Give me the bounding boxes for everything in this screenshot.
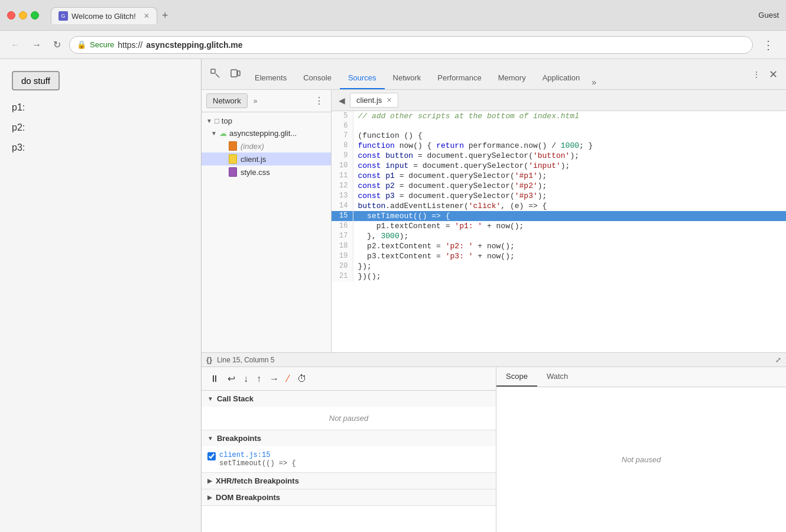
dom-header[interactable]: ▶ DOM Breakpoints bbox=[202, 489, 496, 505]
code-line-20[interactable]: 20}); bbox=[332, 261, 786, 271]
xhr-header[interactable]: ▶ XHR/fetch Breakpoints bbox=[202, 473, 496, 489]
status-braces-icon: {} bbox=[206, 355, 212, 364]
tree-item-index[interactable]: ▶ (index) bbox=[202, 140, 331, 153]
tab-memory[interactable]: Memory bbox=[490, 61, 534, 89]
device-toolbar-button[interactable] bbox=[226, 66, 244, 83]
code-line-10[interactable]: 10const input = document.querySelector('… bbox=[332, 161, 786, 171]
tree-label-client-js: client.js bbox=[241, 155, 266, 164]
sources-top: Network » ⋮ ▼ □ top bbox=[202, 90, 786, 352]
new-tab-button[interactable]: + bbox=[160, 8, 171, 23]
tree-label-index: (index) bbox=[241, 142, 264, 151]
pause-resume-button[interactable]: ⏸ bbox=[206, 371, 223, 387]
js-file-icon bbox=[229, 154, 237, 164]
breakpoints-header[interactable]: ▼ Breakpoints bbox=[202, 430, 496, 446]
forward-button[interactable]: → bbox=[28, 37, 45, 53]
p3-label: p3: bbox=[12, 142, 189, 153]
line-number: 9 bbox=[332, 151, 353, 161]
line-code: p1.textContent = 'p1: ' + now(); bbox=[353, 221, 786, 231]
devtools-close-button[interactable]: ✕ bbox=[765, 66, 781, 83]
tree-item-domain[interactable]: ▼ ☁ asyncstepping.glit... bbox=[202, 127, 331, 140]
debugger-sections: ▼ Call Stack Not paused ▼ bbox=[202, 391, 496, 532]
line-number: 16 bbox=[332, 221, 353, 231]
tab-console[interactable]: Console bbox=[295, 61, 340, 89]
tab-close-button[interactable]: ✕ bbox=[144, 12, 150, 20]
deactivate-breakpoints-button[interactable]: ⁄ bbox=[284, 371, 293, 387]
sources-panel: Network » ⋮ ▼ □ top bbox=[202, 90, 786, 366]
code-line-6[interactable]: 6 bbox=[332, 121, 786, 131]
more-tabs-button[interactable]: » bbox=[588, 75, 600, 89]
browser-tab-active[interactable]: G Welcome to Glitch! ✕ bbox=[51, 7, 157, 24]
code-editor[interactable]: 5// add other scripts at the bottom of i… bbox=[332, 111, 786, 352]
code-line-18[interactable]: 18 p2.textContent = 'p2: ' + now(); bbox=[332, 241, 786, 251]
code-line-7[interactable]: 7(function () { bbox=[332, 131, 786, 141]
tab-elements[interactable]: Elements bbox=[246, 61, 295, 89]
do-stuff-button[interactable]: do stuff bbox=[12, 71, 60, 90]
call-stack-header[interactable]: ▼ Call Stack bbox=[202, 391, 496, 407]
file-tree-menu-button[interactable]: ⋮ bbox=[312, 94, 326, 108]
line-code: p3.textContent = 'p3: ' + now(); bbox=[353, 251, 786, 261]
file-tree-network-tab[interactable]: Network bbox=[206, 93, 248, 108]
code-file-tab-client-js[interactable]: client.js ✕ bbox=[350, 93, 398, 108]
code-line-12[interactable]: 12const p2 = document.querySelector('#p2… bbox=[332, 181, 786, 191]
step-over-button[interactable]: ↩ bbox=[224, 371, 239, 387]
code-file-tab-close[interactable]: ✕ bbox=[386, 96, 392, 104]
code-line-14[interactable]: 14button.addEventListener('click', (e) =… bbox=[332, 201, 786, 211]
step-out-button[interactable]: ↑ bbox=[253, 371, 265, 387]
tree-label-domain: asyncstepping.glit... bbox=[229, 129, 297, 138]
inspect-element-button[interactable] bbox=[206, 66, 224, 83]
xhr-label: XHR/fetch Breakpoints bbox=[216, 476, 299, 485]
line-number: 20 bbox=[332, 261, 353, 271]
code-line-17[interactable]: 17 }, 3000); bbox=[332, 231, 786, 241]
line-number: 7 bbox=[332, 131, 353, 141]
secure-icon: 🔒 bbox=[77, 40, 86, 49]
minimize-button[interactable] bbox=[19, 11, 27, 20]
breakpoint-item: client.js:15 setTimeout(() => { bbox=[207, 449, 490, 470]
scope-tab-watch[interactable]: Watch bbox=[537, 367, 577, 387]
address-bar: ← → ↻ 🔒 Secure https://asyncstepping.gli… bbox=[0, 31, 786, 59]
tab-performance[interactable]: Performance bbox=[429, 61, 489, 89]
maximize-button[interactable] bbox=[31, 11, 39, 20]
code-line-21[interactable]: 21})(); bbox=[332, 271, 786, 281]
tab-sources[interactable]: Sources bbox=[340, 61, 385, 89]
scope-tab-scope[interactable]: Scope bbox=[496, 367, 537, 387]
debugger-left: ⏸ ↩ ↓ ↑ → ⁄ ⏱ ▼ bbox=[202, 367, 496, 532]
code-line-11[interactable]: 11const p1 = document.querySelector('#p1… bbox=[332, 171, 786, 181]
line-code: })(); bbox=[353, 271, 786, 281]
tree-item-top[interactable]: ▼ □ top bbox=[202, 115, 331, 127]
code-line-16[interactable]: 16 p1.textContent = 'p1: ' + now(); bbox=[332, 221, 786, 231]
tree-item-style-css[interactable]: ▶ style.css bbox=[202, 166, 331, 179]
back-button[interactable]: ← bbox=[7, 37, 24, 53]
line-number: 13 bbox=[332, 191, 353, 201]
line-code: setTimeout(() => { bbox=[353, 211, 786, 221]
code-line-13[interactable]: 13const p3 = document.querySelector('#p3… bbox=[332, 191, 786, 201]
tab-title: Welcome to Glitch! bbox=[72, 12, 136, 21]
scope-not-paused: Not paused bbox=[622, 455, 661, 464]
code-line-15[interactable]: 15 setTimeout(() => { bbox=[332, 211, 786, 221]
tree-item-client-js[interactable]: ▶ client.js bbox=[202, 153, 331, 166]
url-bar[interactable]: 🔒 Secure https://asyncstepping.glitch.me bbox=[69, 36, 753, 54]
breakpoint-checkbox[interactable] bbox=[207, 452, 216, 460]
reload-button[interactable]: ↻ bbox=[50, 37, 64, 53]
step-button[interactable]: → bbox=[266, 371, 282, 387]
status-expand-icon[interactable]: ⤢ bbox=[775, 356, 781, 364]
debugger-toolbar: ⏸ ↩ ↓ ↑ → ⁄ ⏱ bbox=[202, 367, 496, 391]
debugger-panel: ⏸ ↩ ↓ ↑ → ⁄ ⏱ ▼ bbox=[202, 366, 786, 532]
line-number: 12 bbox=[332, 181, 353, 191]
code-line-9[interactable]: 9const button = document.querySelector('… bbox=[332, 151, 786, 161]
tab-network[interactable]: Network bbox=[385, 61, 430, 89]
tab-application[interactable]: Application bbox=[534, 61, 589, 89]
devtools-tabs: Elements Console Sources Network Perform… bbox=[246, 59, 746, 89]
close-button[interactable] bbox=[7, 11, 15, 20]
tab-favicon: G bbox=[59, 11, 68, 21]
step-into-button[interactable]: ↓ bbox=[240, 371, 252, 387]
code-nav-back-button[interactable]: ◀ bbox=[336, 95, 347, 106]
devtools-settings-button[interactable]: ⋮ bbox=[749, 67, 764, 82]
folder-icon-top: □ bbox=[215, 116, 219, 125]
file-tree-more-button[interactable]: » bbox=[250, 96, 261, 106]
breakpoints-pause-button[interactable]: ⏱ bbox=[294, 371, 310, 387]
code-line-5[interactable]: 5// add other scripts at the bottom of i… bbox=[332, 111, 786, 121]
code-line-8[interactable]: 8function now() { return performance.now… bbox=[332, 141, 786, 151]
browser-menu-button[interactable]: ⋮ bbox=[758, 35, 779, 54]
line-number: 11 bbox=[332, 171, 353, 181]
code-line-19[interactable]: 19 p3.textContent = 'p3: ' + now(); bbox=[332, 251, 786, 261]
